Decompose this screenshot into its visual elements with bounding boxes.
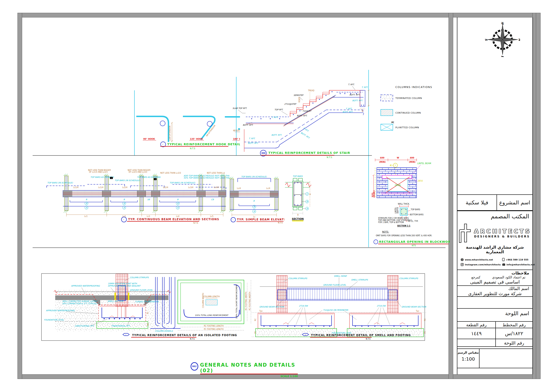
brand-arabic: شركة مشاري الراشد للهندسة المعمارية [457, 245, 533, 254]
plan-colwid: COLUMN WIDTH [202, 293, 204, 308]
architects-logo-mark [459, 223, 472, 243]
cb-span2: B [124, 198, 125, 201]
smell-gfl: GROUND FLOOR LEVEL [323, 284, 346, 286]
iso-wp1: APPROVED WATERPROOFING [71, 285, 100, 287]
contact-email-text: info@mharchitects.net [507, 263, 535, 266]
bw-400: 400 [410, 157, 414, 159]
hook-title-num: - [162, 143, 163, 145]
columns-legend: COLUMNS INDICATIONS TERMINATED COLUMN CO… [377, 83, 447, 138]
tb-office-label: المكتب المصمم [457, 211, 533, 220]
general-title-text: GENERAL NOTES AND DETAILS (02) [200, 362, 298, 374]
smell-reinf: SMELL REINF. [334, 275, 347, 277]
cb-beam-band [63, 190, 226, 197]
iso-iso1: 20MM ISOLATION JOINT WITH [108, 282, 137, 285]
smell-tpc-r: Tpc [416, 310, 419, 312]
cb-d6: Lc4/4 [214, 186, 219, 189]
iso-colstir: COLUMN STIRRUPS [130, 276, 149, 279]
contact-website-text: www.mharchitects.net [465, 258, 493, 261]
legend-terminated: TERMINATED COLUMN [381, 95, 422, 101]
hook-135: 6Ø EXTENSION 135° HOOK [183, 116, 216, 140]
iso-sub2: 95% COMPACTION w. P.T. (TYPICAL) [62, 302, 97, 305]
hook-90-ext: 12Ø EXTENSION [169, 126, 171, 141]
bw-600: 600 [380, 157, 384, 159]
simple-beam: TOP BARS (IN SCHEDULE) Lc/4 Lc/4 B B A L… [225, 172, 284, 223]
plan-collen: COLUMN LENGTH [203, 296, 220, 298]
bw-topbars: TOP BARS [410, 209, 420, 211]
stair-dots [251, 91, 364, 119]
sb-L: Lc [253, 216, 255, 218]
cb-title-num: - [123, 219, 124, 221]
bw-dims-top: 600 (MIN) W 400 (MIN) [375, 157, 417, 163]
tb-plan-value: ١٨٢٢/س [496, 328, 533, 339]
sb-d1: Lc/4 [237, 187, 241, 190]
label-t10st: T10@/ST [302, 110, 312, 112]
bw-section11: WALL THICK. TOP BARS BOTTOM BARS LINTEL … [378, 203, 424, 227]
bw-depth-word: DEPTH [397, 207, 399, 214]
bw-note-text: OMIT BARS FOR OPENING LESS THAN 200 VERT… [376, 235, 432, 237]
stair-title: 009 TYPICAL REINFORCEMENT DETAILS OF STA… [260, 150, 350, 158]
plan-pcl: PC FOOTING LENGTH [204, 328, 223, 330]
cb-mark1: 1 [111, 177, 112, 179]
bw-title: - RECTANGULAR OPENING IN BLOCKWORK WALL … [374, 240, 450, 247]
sec-top-bars: TOP BARS [293, 175, 303, 177]
cb-add2: 50% TOP BARS (IN SCHEDULE) NOT LESS THAN… [184, 177, 229, 179]
bw-see-ar: SEE AR. DWG. [372, 169, 372, 185]
hook-135-label: 135° HOOK [190, 138, 203, 140]
continuous-beam: NOT LESS THAN BIGGER OF Lc1/3 AND Lc2/3 … [33, 163, 229, 224]
cb-circ-b3: B [177, 202, 179, 205]
bw-title-num: - [375, 241, 376, 243]
cb-span1: B [86, 198, 87, 201]
tb-plan-label: رقم المخطط [496, 322, 533, 328]
smell-title-num: - [305, 334, 306, 336]
tb-numbers-header-row: رقم القطعة رقم المخطط [457, 321, 533, 328]
footings-panel: COLUMN STIRRUPS APPROVED WATERPROOFING 2… [41, 271, 428, 342]
tb-sheetno-row: رقم اللوحة [457, 339, 533, 347]
label-2t10step: 2T10@STEP [284, 103, 297, 105]
isolated-footing-section: COLUMN STIRRUPS APPROVED WATERPROOFING 2… [44, 274, 171, 331]
sec-a: A [307, 207, 308, 210]
iso-lrft: LONGITUDINAL RFT. [74, 325, 94, 327]
tb-sheetname-row: اسم اللوحة [457, 308, 533, 321]
cb-top-sched-2: TOP BARS (IN SCHEDULE) [115, 179, 140, 182]
tb-owner-value: شركة مورث للتطوير العقارى [457, 291, 533, 296]
cb-note3: NOT LESS THAN Lc3/3 [160, 172, 181, 174]
sb-top-sched: TOP BARS (IN SCHEDULE) [241, 176, 267, 178]
cb-span3: SB [147, 198, 150, 201]
cb-top-draw-2: TOP BARS AS DRAWING [137, 176, 161, 178]
iso-iso2: APPROVED FILLER AND SEALENT [108, 285, 141, 287]
sb-title: - TYP. SIMPLE BEAM ELEVATION AND SECTION… [231, 217, 284, 223]
contact-email: info@mharchitects.net [502, 263, 535, 266]
hook-90-label: 90° HOOK [143, 138, 155, 140]
smell-ew-r: 2T16 EW [377, 305, 386, 307]
general-title-scale: SCALE 1:100 [200, 375, 298, 378]
contact-website: www.mharchitects.net [461, 258, 501, 261]
email-icon [502, 263, 505, 266]
bw-cl40: 40 CL. TYP. [408, 220, 418, 222]
cb-d2: Lc1/4 [98, 186, 103, 189]
bw-wall: OPEN [377, 168, 416, 198]
label-semistep: SEMISTEP [294, 94, 304, 96]
bw-lintel-label: LINTEL BEAM [417, 162, 431, 164]
tb-scale-value: 1:100 [457, 354, 479, 362]
legend-planted: PC PLANTTED COLUMN [381, 121, 419, 130]
bw-wallthick: WALL THICK. [398, 203, 410, 205]
sec-b: B [307, 200, 308, 203]
label-bott-rft-top: BOTT. RFT. [350, 93, 360, 96]
smell-perim: T12@250 ON PERIMETER [323, 309, 348, 311]
bw-title-text: RECTANGULAR OPENING IN BLOCKWORK WALL U.… [379, 240, 450, 243]
bw-bars: 2Ø16 [418, 180, 423, 182]
cb-title: - TYP. CONTINUOUS BEAM ELEVATION AND SEC… [121, 217, 219, 224]
contact-phone-text: +966 599 119 555 [506, 258, 528, 261]
title-block: N E S W فيلا سكنية اسم المشروع المكتب ال… [457, 17, 533, 374]
bw-title-nts: NTS [412, 244, 416, 247]
cb-circ-b1: B [86, 202, 87, 205]
cb-L3: Lc3 [147, 215, 150, 217]
iso-title-num: - [125, 334, 126, 336]
label-bott-rft-lf1: BOTT. RFT. [343, 111, 353, 113]
smell-ew-l: 2T16 EW [299, 305, 308, 307]
label-t-rft-top: T. RFT. [348, 83, 354, 86]
label-riser: RISER [299, 97, 300, 102]
label-bott-rft-lf3: BOTT. RFT. [248, 142, 258, 144]
cb-L1: Lc1 [84, 215, 88, 217]
tb-scale-label: مقياس الرسم [457, 349, 479, 354]
